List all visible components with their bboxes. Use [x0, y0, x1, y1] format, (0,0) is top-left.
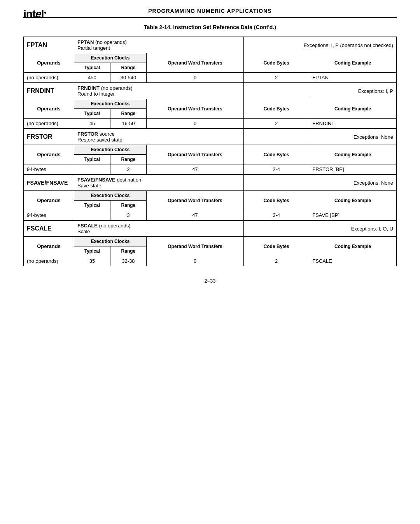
frndint-coding-header: Coding Example [309, 99, 397, 119]
section-fptan-header: FPTAN FPTAN (no operands) Partial tangen… [24, 37, 397, 53]
instruction-table: FPTAN FPTAN (no operands) Partial tangen… [23, 37, 397, 266]
fptan-name: FPTAN [24, 37, 74, 53]
fsave-coding-val: FSAVE [BP] [309, 210, 397, 221]
frstor-coding-val: FRSTOR [BP] [309, 164, 397, 175]
fptan-range-header: Range [110, 63, 146, 73]
fsave-name: FSAVE/FNSAVE [24, 175, 74, 191]
fptan-typical-header: Typical [74, 63, 110, 73]
fptan-exec-clocks-header: Execution Clocks [74, 53, 147, 63]
frstor-code-val: 2-4 [244, 164, 309, 175]
intel-logo: intel [23, 8, 46, 20]
fscale-typical-val: 35 [74, 256, 110, 266]
page: intel PROGRAMMING NUMERIC APPLICATIONS T… [0, 0, 420, 524]
fscale-data-row: (no operands) 35 32-38 0 2 FSCALE [24, 256, 397, 266]
fptan-owt-header: Operand Word Transfers [146, 53, 243, 73]
frstor-range-val: 2 [110, 164, 146, 175]
fptan-desc: FPTAN (no operands) Partial tangent [74, 37, 244, 53]
fscale-operands-val: (no operands) [24, 256, 74, 266]
fscale-range-val: 32-38 [110, 256, 146, 266]
frstor-owt-val: 47 [146, 164, 243, 175]
frndint-exec-header: Operands Execution Clocks Operand Word T… [24, 99, 397, 109]
fscale-typical-header: Typical [74, 246, 110, 256]
frndint-name: FRNDINT [24, 83, 74, 99]
section-fscale-header: FSCALE FSCALE (no operands) Scale Except… [24, 220, 397, 237]
fptan-operands-header: Operands [24, 53, 74, 73]
fscale-exec-header: Operands Execution Clocks Operand Word T… [24, 237, 397, 246]
fscale-owt-header: Operand Word Transfers [146, 237, 243, 256]
fsave-data-row: 94-bytes 3 47 2-4 FSAVE [BP] [24, 210, 397, 221]
frstor-owt-header: Operand Word Transfers [146, 145, 243, 164]
fsave-typical-val [74, 210, 110, 221]
fscale-desc: FSCALE (no operands) Scale [74, 220, 244, 237]
frstor-range-header: Range [110, 155, 146, 164]
fptan-code-val: 2 [244, 73, 309, 83]
fscale-coding-val: FSCALE [309, 256, 397, 266]
fsave-code-header: Code Bytes [244, 191, 309, 210]
fptan-data-row: (no operands) 450 30-540 0 2 FPTAN [24, 73, 397, 83]
frndint-desc: FRNDINT (no operands) Round to integer [74, 83, 244, 99]
table-title: Table 2-14. Instruction Set Reference Da… [23, 24, 397, 30]
fsave-owt-val: 47 [146, 210, 243, 221]
fsave-owt-header: Operand Word Transfers [146, 191, 243, 210]
frndint-data-row: (no operands) 45 16-50 0 2 FRNDINT [24, 119, 397, 129]
frstor-desc: FRSTOR source Restore saved state [74, 129, 244, 145]
fptan-code-header: Code Bytes [244, 53, 309, 73]
header-title: PROGRAMMING NUMERIC APPLICATIONS [148, 8, 271, 14]
page-number: 2–33 [23, 278, 397, 284]
fsave-range-header: Range [110, 201, 146, 210]
frndint-coding-val: FRNDINT [309, 119, 397, 129]
fscale-exceptions: Exceptions: I, O, U [244, 220, 397, 237]
fsave-code-val: 2-4 [244, 210, 309, 221]
fptan-exceptions: Exceptions: I, P (operands not checked) [244, 37, 397, 53]
frndint-typical-header: Typical [74, 109, 110, 119]
fsave-range-val: 3 [110, 210, 146, 221]
page-header: intel PROGRAMMING NUMERIC APPLICATIONS [23, 8, 397, 18]
frndint-code-header: Code Bytes [244, 99, 309, 119]
frstor-name: FRSTOR [24, 129, 74, 145]
fptan-exec-header: Operands Execution Clocks Operand Word T… [24, 53, 397, 63]
frstor-exceptions: Exceptions: None [244, 129, 397, 145]
fptan-coding-header: Coding Example [309, 53, 397, 73]
fscale-name: FSCALE [24, 220, 74, 237]
frndint-operands-val: (no operands) [24, 119, 74, 129]
frndint-owt-header: Operand Word Transfers [146, 99, 243, 119]
frstor-data-row: 94-bytes 2 47 2-4 FRSTOR [BP] [24, 164, 397, 175]
frstor-coding-header: Coding Example [309, 145, 397, 164]
frstor-exec-header: Operands Execution Clocks Operand Word T… [24, 145, 397, 155]
fsave-exceptions: Exceptions: None [244, 175, 397, 191]
frndint-range-header: Range [110, 109, 146, 119]
section-frstor-header: FRSTOR FRSTOR source Restore saved state… [24, 129, 397, 145]
fptan-range-val: 30-540 [110, 73, 146, 83]
fsave-exec-clocks-header: Execution Clocks [74, 191, 147, 201]
fscale-exec-clocks-header: Execution Clocks [74, 237, 147, 246]
fsave-operands-val: 94-bytes [24, 210, 74, 221]
fptan-operands-val: (no operands) [24, 73, 74, 83]
frndint-typical-val: 45 [74, 119, 110, 129]
frstor-operands-val: 94-bytes [24, 164, 74, 175]
frstor-typical-header: Typical [74, 155, 110, 164]
fptan-typical-val: 450 [74, 73, 110, 83]
fscale-owt-val: 0 [146, 256, 243, 266]
fsave-exec-header: Operands Execution Clocks Operand Word T… [24, 191, 397, 201]
fsave-operands-header: Operands [24, 191, 74, 210]
frndint-operands-header: Operands [24, 99, 74, 119]
frndint-code-val: 2 [244, 119, 309, 129]
frndint-exec-clocks-header: Execution Clocks [74, 99, 147, 109]
fscale-range-header: Range [110, 246, 146, 256]
frstor-code-header: Code Bytes [244, 145, 309, 164]
frstor-typical-val [74, 164, 110, 175]
frndint-range-val: 16-50 [110, 119, 146, 129]
fscale-code-header: Code Bytes [244, 237, 309, 256]
fscale-coding-header: Coding Example [309, 237, 397, 256]
frstor-operands-header: Operands [24, 145, 74, 164]
section-frndint-header: FRNDINT FRNDINT (no operands) Round to i… [24, 83, 397, 99]
fsave-desc: FSAVE/FNSAVE destination Save state [74, 175, 244, 191]
fptan-owt-val: 0 [146, 73, 243, 83]
frndint-exceptions: Exceptions: I, P [244, 83, 397, 99]
fscale-operands-header: Operands [24, 237, 74, 256]
fsave-typical-header: Typical [74, 201, 110, 210]
fptan-coding-val: FPTAN [309, 73, 397, 83]
frndint-owt-val: 0 [146, 119, 243, 129]
section-fsave-header: FSAVE/FNSAVE FSAVE/FNSAVE destination Sa… [24, 175, 397, 191]
frstor-exec-clocks-header: Execution Clocks [74, 145, 147, 155]
